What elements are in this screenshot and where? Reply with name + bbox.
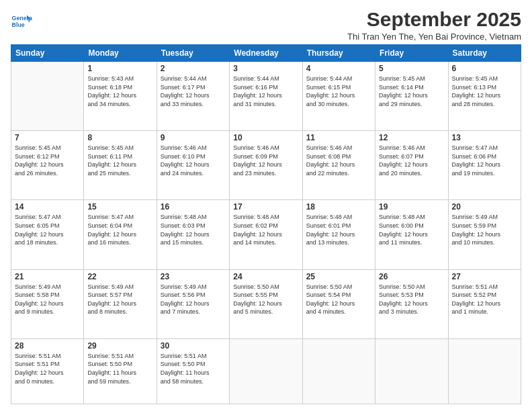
day-info: Sunrise: 5:44 AM Sunset: 6:15 PM Dayligh… [306, 75, 371, 108]
day-info: Sunrise: 5:46 AM Sunset: 6:10 PM Dayligh… [161, 144, 226, 177]
day-info: Sunrise: 5:48 AM Sunset: 6:00 PM Dayligh… [379, 213, 444, 246]
day-info: Sunrise: 5:50 AM Sunset: 5:54 PM Dayligh… [306, 283, 371, 316]
table-row: 13Sunrise: 5:47 AM Sunset: 6:06 PM Dayli… [448, 131, 521, 200]
table-row [302, 338, 375, 404]
table-row: 22Sunrise: 5:49 AM Sunset: 5:57 PM Dayli… [84, 269, 157, 338]
day-info: Sunrise: 5:48 AM Sunset: 6:03 PM Dayligh… [161, 213, 226, 246]
table-row: 26Sunrise: 5:50 AM Sunset: 5:53 PM Dayli… [375, 269, 448, 338]
day-number: 6 [452, 64, 517, 73]
calendar-header: Sunday Monday Tuesday Wednesday Thursday… [11, 45, 521, 62]
col-sunday: Sunday [11, 45, 84, 62]
title-block: September 2025 Thi Tran Yen The, Yen Bai… [347, 8, 521, 42]
day-info: Sunrise: 5:46 AM Sunset: 6:09 PM Dayligh… [233, 144, 298, 177]
day-number: 14 [15, 202, 80, 212]
day-number: 30 [161, 341, 226, 351]
day-info: Sunrise: 5:47 AM Sunset: 6:04 PM Dayligh… [87, 213, 152, 246]
day-number: 19 [379, 202, 444, 212]
table-row: 9Sunrise: 5:46 AM Sunset: 6:10 PM Daylig… [157, 131, 229, 200]
svg-text:Blue: Blue [12, 21, 25, 28]
day-number: 20 [452, 202, 517, 212]
day-number: 18 [306, 202, 371, 212]
day-info: Sunrise: 5:49 AM Sunset: 5:57 PM Dayligh… [87, 283, 152, 316]
table-row: 12Sunrise: 5:46 AM Sunset: 6:07 PM Dayli… [375, 131, 448, 200]
table-row: 23Sunrise: 5:49 AM Sunset: 5:56 PM Dayli… [157, 269, 229, 338]
day-number: 4 [306, 64, 371, 73]
table-row: 11Sunrise: 5:46 AM Sunset: 6:08 PM Dayli… [302, 131, 375, 200]
table-row: 27Sunrise: 5:51 AM Sunset: 5:52 PM Dayli… [448, 269, 521, 338]
table-row: 24Sunrise: 5:50 AM Sunset: 5:55 PM Dayli… [230, 269, 302, 338]
table-row [448, 338, 521, 404]
table-row: 19Sunrise: 5:48 AM Sunset: 6:00 PM Dayli… [375, 200, 448, 269]
day-info: Sunrise: 5:51 AM Sunset: 5:50 PM Dayligh… [161, 352, 226, 385]
location-subtitle: Thi Tran Yen The, Yen Bai Province, Viet… [347, 32, 521, 42]
table-row: 20Sunrise: 5:49 AM Sunset: 5:59 PM Dayli… [448, 200, 521, 269]
table-row: 1Sunrise: 5:43 AM Sunset: 6:18 PM Daylig… [84, 62, 157, 131]
month-title: September 2025 [347, 8, 521, 30]
table-row: 10Sunrise: 5:46 AM Sunset: 6:09 PM Dayli… [230, 131, 302, 200]
table-row: 21Sunrise: 5:49 AM Sunset: 5:58 PM Dayli… [11, 269, 84, 338]
day-info: Sunrise: 5:48 AM Sunset: 6:01 PM Dayligh… [306, 213, 371, 246]
day-info: Sunrise: 5:49 AM Sunset: 5:59 PM Dayligh… [452, 213, 517, 246]
day-number: 16 [161, 202, 226, 212]
day-info: Sunrise: 5:49 AM Sunset: 5:56 PM Dayligh… [161, 283, 226, 316]
day-number: 25 [306, 272, 371, 281]
table-row: 17Sunrise: 5:48 AM Sunset: 6:02 PM Dayli… [230, 200, 302, 269]
calendar-body: 1Sunrise: 5:43 AM Sunset: 6:18 PM Daylig… [11, 62, 521, 404]
table-row: 30Sunrise: 5:51 AM Sunset: 5:50 PM Dayli… [157, 338, 229, 404]
col-wednesday: Wednesday [230, 45, 302, 62]
day-info: Sunrise: 5:49 AM Sunset: 5:58 PM Dayligh… [15, 283, 80, 316]
logo-icon: General Blue [11, 11, 32, 32]
table-row: 16Sunrise: 5:48 AM Sunset: 6:03 PM Dayli… [157, 200, 229, 269]
table-row: 14Sunrise: 5:47 AM Sunset: 6:05 PM Dayli… [11, 200, 84, 269]
header-row: Sunday Monday Tuesday Wednesday Thursday… [11, 45, 521, 62]
col-friday: Friday [375, 45, 448, 62]
day-info: Sunrise: 5:47 AM Sunset: 6:05 PM Dayligh… [15, 213, 80, 246]
day-info: Sunrise: 5:45 AM Sunset: 6:11 PM Dayligh… [87, 144, 152, 177]
day-number: 5 [379, 64, 444, 73]
day-number: 15 [87, 202, 152, 212]
col-saturday: Saturday [448, 45, 521, 62]
day-info: Sunrise: 5:50 AM Sunset: 5:53 PM Dayligh… [379, 283, 444, 316]
table-row: 7Sunrise: 5:45 AM Sunset: 6:12 PM Daylig… [11, 131, 84, 200]
day-number: 23 [161, 272, 226, 281]
table-row [230, 338, 302, 404]
day-number: 26 [379, 272, 444, 281]
table-row: 25Sunrise: 5:50 AM Sunset: 5:54 PM Dayli… [302, 269, 375, 338]
day-info: Sunrise: 5:51 AM Sunset: 5:51 PM Dayligh… [15, 352, 80, 385]
day-number: 1 [87, 64, 152, 73]
table-row: 28Sunrise: 5:51 AM Sunset: 5:51 PM Dayli… [11, 338, 84, 404]
day-info: Sunrise: 5:44 AM Sunset: 6:16 PM Dayligh… [233, 75, 298, 108]
col-thursday: Thursday [302, 45, 375, 62]
day-info: Sunrise: 5:51 AM Sunset: 5:52 PM Dayligh… [452, 283, 517, 316]
day-number: 10 [233, 133, 298, 142]
table-row: 18Sunrise: 5:48 AM Sunset: 6:01 PM Dayli… [302, 200, 375, 269]
day-number: 12 [379, 133, 444, 142]
day-info: Sunrise: 5:45 AM Sunset: 6:13 PM Dayligh… [452, 75, 517, 108]
table-row: 2Sunrise: 5:44 AM Sunset: 6:17 PM Daylig… [157, 62, 229, 131]
day-number: 8 [87, 133, 152, 142]
day-number: 21 [15, 272, 80, 281]
day-info: Sunrise: 5:45 AM Sunset: 6:12 PM Dayligh… [15, 144, 80, 177]
day-number: 29 [87, 341, 152, 351]
day-number: 27 [452, 272, 517, 281]
logo: General Blue [11, 11, 32, 32]
day-number: 24 [233, 272, 298, 281]
day-info: Sunrise: 5:47 AM Sunset: 6:06 PM Dayligh… [452, 144, 517, 177]
table-row: 5Sunrise: 5:45 AM Sunset: 6:14 PM Daylig… [375, 62, 448, 131]
page: General Blue September 2025 Thi Tran Yen… [0, 0, 532, 411]
day-info: Sunrise: 5:51 AM Sunset: 5:50 PM Dayligh… [87, 352, 152, 385]
table-row: 8Sunrise: 5:45 AM Sunset: 6:11 PM Daylig… [84, 131, 157, 200]
day-info: Sunrise: 5:50 AM Sunset: 5:55 PM Dayligh… [233, 283, 298, 316]
table-row: 4Sunrise: 5:44 AM Sunset: 6:15 PM Daylig… [302, 62, 375, 131]
table-row: 29Sunrise: 5:51 AM Sunset: 5:50 PM Dayli… [84, 338, 157, 404]
col-tuesday: Tuesday [157, 45, 229, 62]
day-number: 22 [87, 272, 152, 281]
table-row: 15Sunrise: 5:47 AM Sunset: 6:04 PM Dayli… [84, 200, 157, 269]
day-number: 11 [306, 133, 371, 142]
table-row [375, 338, 448, 404]
table-row [11, 62, 84, 131]
day-info: Sunrise: 5:48 AM Sunset: 6:02 PM Dayligh… [233, 213, 298, 246]
header: General Blue September 2025 Thi Tran Yen… [11, 8, 521, 42]
calendar-table: Sunday Monday Tuesday Wednesday Thursday… [11, 44, 521, 404]
table-row: 3Sunrise: 5:44 AM Sunset: 6:16 PM Daylig… [230, 62, 302, 131]
